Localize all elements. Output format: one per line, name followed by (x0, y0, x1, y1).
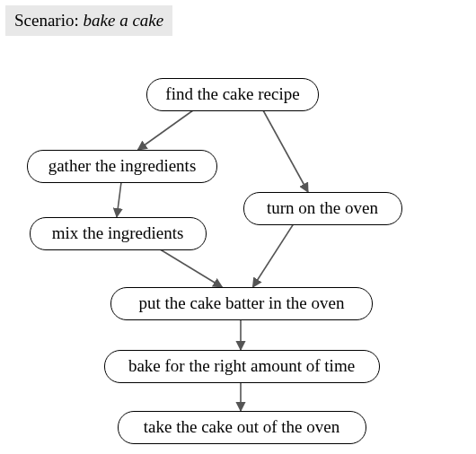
node-label: turn on the oven (267, 198, 378, 217)
node-bake-time: bake for the right amount of time (104, 350, 380, 383)
edge (117, 182, 121, 217)
node-label: mix the ingredients (52, 223, 184, 242)
node-label: take the cake out of the oven (144, 417, 339, 436)
diagram-stage: find the cake recipe gather the ingredie… (0, 0, 476, 454)
node-mix-ingredients: mix the ingredients (30, 217, 207, 250)
node-label: gather the ingredients (48, 156, 197, 175)
node-put-batter-in-oven: put the cake batter in the oven (110, 287, 373, 320)
node-take-cake-out: take the cake out of the oven (118, 411, 366, 444)
edge (263, 110, 308, 192)
node-label: find the cake recipe (165, 84, 299, 103)
edge (253, 224, 294, 287)
node-gather-ingredients: gather the ingredients (27, 150, 217, 183)
edge (137, 110, 193, 150)
node-label: put the cake batter in the oven (139, 293, 345, 312)
edge (160, 249, 222, 287)
node-find-recipe: find the cake recipe (146, 78, 319, 111)
node-turn-on-oven: turn on the oven (243, 192, 402, 225)
node-label: bake for the right amount of time (128, 356, 355, 375)
